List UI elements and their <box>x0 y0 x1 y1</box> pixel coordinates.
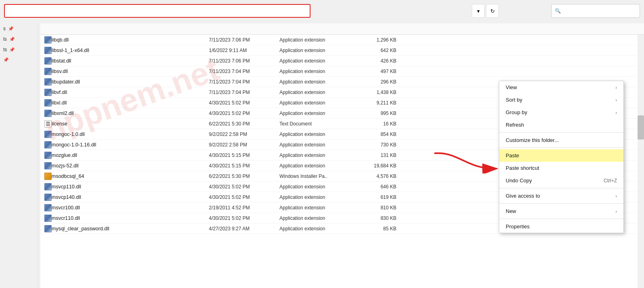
context-menu-item[interactable]: New› <box>499 205 623 217</box>
file-type: Application extension <box>279 111 364 116</box>
context-menu-item[interactable]: Undo CopyCtrl+Z <box>499 174 623 187</box>
table-row[interactable]: libqb.dll 7/11/2023 7:06 PM Application … <box>40 35 644 45</box>
file-size: 995 KB <box>364 111 404 116</box>
context-menu-item[interactable]: Group by› <box>499 106 623 119</box>
address-bar[interactable] <box>4 4 311 18</box>
txt-icon <box>44 120 52 127</box>
file-size: 646 KB <box>364 184 404 190</box>
file-size: 131 KB <box>364 152 404 158</box>
context-menu-item[interactable]: Give access to› <box>499 190 623 202</box>
file-date: 4/30/2021 5:02 PM <box>209 184 279 190</box>
dll-icon <box>44 131 52 138</box>
context-menu-item[interactable]: Refresh <box>499 119 623 131</box>
file-date: 2/19/2011 4:52 PM <box>209 205 279 211</box>
file-type: Application extension <box>279 131 364 137</box>
context-menu-divider <box>499 219 623 219</box>
file-size: 497 KB <box>364 69 404 74</box>
file-type: Application extension <box>279 184 364 190</box>
submenu-arrow-icon: › <box>615 194 617 198</box>
file-size: 16 KB <box>364 121 404 127</box>
file-date: 4/30/2021 5:15 PM <box>209 152 279 158</box>
dll-icon <box>44 47 52 54</box>
file-date: 4/30/2021 5:02 PM <box>209 194 279 200</box>
dll-icon <box>44 215 52 222</box>
context-menu-item-label: Undo Copy <box>506 177 532 184</box>
file-type: Application extension <box>279 215 364 221</box>
file-date: 4/27/2023 9:27 AM <box>209 226 279 232</box>
file-size: 4,576 KB <box>364 173 404 179</box>
sidebar-item-s[interactable]: s 📌 <box>0 23 38 34</box>
file-name: libvf.dll <box>52 90 209 95</box>
context-menu-item[interactable]: Sort by› <box>499 94 623 106</box>
refresh-icon: ↻ <box>490 8 495 14</box>
file-name: mysql_clear_password.dll <box>52 226 209 232</box>
file-size: 1,296 KB <box>364 37 404 43</box>
file-name: mozjs-52.dll <box>52 163 209 169</box>
dll-icon <box>44 225 52 232</box>
file-type: Application extension <box>279 48 364 53</box>
submenu-arrow-icon: › <box>615 110 617 115</box>
sidebar-item-ls[interactable]: ls 📌 <box>0 34 38 44</box>
file-size: 810 KB <box>364 205 404 211</box>
sidebar: s 📌 ls 📌 ts 📌 📌 <box>0 23 38 288</box>
search-bar[interactable]: 🔍 <box>551 4 640 18</box>
file-size: 1,438 KB <box>364 90 404 95</box>
file-type: Application extension <box>279 37 364 43</box>
dll-icon <box>44 36 52 44</box>
file-size: 9,211 KB <box>364 100 404 106</box>
context-menu-item-label: Refresh <box>506 122 524 128</box>
context-menu-item-label: Properties <box>506 223 529 230</box>
pin-icon-4: 📌 <box>3 57 9 63</box>
dll-icon <box>44 183 52 190</box>
refresh-button[interactable]: ↻ <box>486 4 499 18</box>
table-row[interactable]: libssl-1_1-x64.dll 1/6/2022 9:11 AM Appl… <box>40 45 644 56</box>
pin-icon: 📌 <box>8 26 14 31</box>
file-date: 7/11/2023 7:04 PM <box>209 69 279 74</box>
table-row[interactable]: libstat.dll 7/11/2023 7:06 PM Applicatio… <box>40 56 644 66</box>
context-menu-divider <box>499 148 623 148</box>
dropdown-button[interactable]: ▾ <box>472 4 485 18</box>
context-menu-item-label: Group by <box>506 109 527 115</box>
file-name: mongoc-1.0-1.16.dll <box>52 142 209 148</box>
file-date: 4/30/2021 5:15 PM <box>209 163 279 169</box>
file-name: mozglue.dll <box>52 152 209 158</box>
file-size: 296 KB <box>364 79 404 85</box>
dll-icon <box>44 110 52 117</box>
pin-icon-3: 📌 <box>9 47 15 52</box>
file-date: 6/22/2021 5:30 PM <box>209 121 279 127</box>
file-size: 854 KB <box>364 131 404 137</box>
scrollbar-thumb[interactable] <box>638 115 644 140</box>
context-menu: View›Sort by›Group by›RefreshCustomize t… <box>499 81 624 233</box>
file-name: license <box>52 121 209 127</box>
submenu-arrow-icon: › <box>615 209 617 214</box>
context-menu-item-label: New <box>506 208 516 214</box>
context-menu-divider <box>499 188 623 188</box>
context-menu-item-label: Give access to <box>506 193 540 199</box>
file-date: 9/2/2022 2:58 PM <box>209 131 279 137</box>
file-type: Application extension <box>279 152 364 158</box>
file-type: Application extension <box>279 69 364 74</box>
sidebar-item-4[interactable]: 📌 <box>0 55 38 65</box>
context-menu-item[interactable]: Customize this folder... <box>499 134 623 146</box>
context-menu-item[interactable]: Paste shortcut <box>499 162 623 174</box>
table-row[interactable]: libsv.dll 7/11/2023 7:04 PM Application … <box>40 66 644 77</box>
file-name: msvcp110.dll <box>52 184 209 190</box>
context-menu-item[interactable]: Paste <box>499 149 623 162</box>
sidebar-item-ts[interactable]: ts 📌 <box>0 44 38 55</box>
file-name: libstat.dll <box>52 58 209 64</box>
file-type: Windows Installer Pa.. <box>279 173 364 179</box>
file-name: libupdater.dll <box>52 79 209 85</box>
file-date: 7/11/2023 7:06 PM <box>209 37 279 43</box>
context-menu-item[interactable]: View› <box>499 81 623 94</box>
file-name: libsv.dll <box>52 69 209 74</box>
file-name: libxml2.dll <box>52 111 209 116</box>
submenu-arrow-icon: › <box>615 98 617 102</box>
column-headers <box>40 23 644 35</box>
file-size: 642 KB <box>364 48 404 53</box>
file-size: 830 KB <box>364 215 404 221</box>
file-name: msodbcsql_64 <box>52 173 209 179</box>
file-name: libxl.dll <box>52 100 209 106</box>
context-menu-item[interactable]: Properties <box>499 220 623 233</box>
file-size: 730 KB <box>364 142 404 148</box>
file-type: Application extension <box>279 90 364 95</box>
